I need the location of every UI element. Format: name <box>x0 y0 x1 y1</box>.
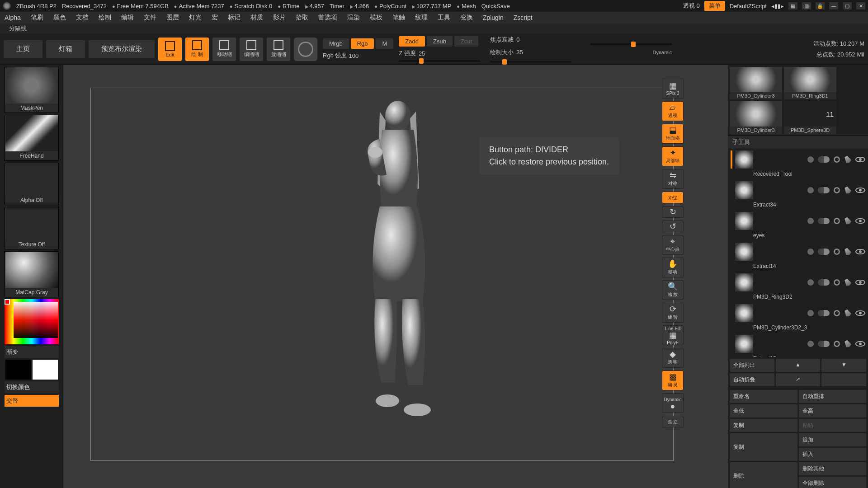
menu-marker[interactable]: 标记 <box>228 14 241 22</box>
mesh-vis-icon[interactable] <box>807 341 814 347</box>
menu-tool[interactable]: 工具 <box>438 14 450 22</box>
minimize-icon[interactable]: — <box>829 2 838 9</box>
boolean-mode-icon[interactable] <box>834 310 840 316</box>
stroke-tile[interactable]: FreeHand <box>5 115 59 161</box>
divider-title[interactable]: 分隔线 <box>0 23 868 33</box>
tool-thumb-count[interactable]: 11PM3D_Sphere3D <box>784 101 836 134</box>
brush-icon[interactable] <box>843 277 853 287</box>
polypaint-toggle-icon[interactable] <box>818 341 830 347</box>
maximize-icon[interactable]: ▢ <box>843 2 852 9</box>
eye-icon[interactable] <box>855 341 865 347</box>
move-down-button[interactable]: ▼ <box>821 359 866 372</box>
auto-collapse-button[interactable]: 自动折叠 <box>730 373 774 386</box>
list-all-button[interactable]: 全部列出 <box>730 359 774 372</box>
default-zscript[interactable]: DefaultZScript <box>730 3 767 9</box>
subtool-row[interactable] <box>728 333 868 354</box>
transparent-button[interactable]: ◆透 明 <box>662 348 684 368</box>
zadd-chip[interactable]: Zadd <box>399 36 425 47</box>
preview-tab[interactable]: 预览布尔渲染 <box>89 40 155 58</box>
rot2-button[interactable]: ↺ <box>662 221 684 232</box>
brush-icon[interactable] <box>843 308 853 318</box>
polypaint-toggle-icon[interactable] <box>818 156 830 163</box>
dynamic-label[interactable]: Dynamic <box>590 50 672 55</box>
eye-icon[interactable] <box>855 188 865 193</box>
localsym-button[interactable]: ✦局部轴 <box>662 146 684 166</box>
focal-slider[interactable] <box>590 43 672 45</box>
insert-button[interactable]: 插入 <box>799 448 867 461</box>
paste-button[interactable]: 粘贴 <box>799 419 867 432</box>
viewport[interactable]: Button path: DIVIDER Click to restore pr… <box>63 65 728 488</box>
lock-icon[interactable]: 🔒 <box>816 2 825 9</box>
spix-button[interactable]: ▦SPix 3 <box>662 79 684 99</box>
subtool-row[interactable] <box>728 272 868 293</box>
perspective-status[interactable]: 透视 0 <box>683 2 700 10</box>
all-low-button[interactable]: 全低 <box>730 404 797 418</box>
brush-tile[interactable]: MaskPen <box>5 67 59 113</box>
spin-nav-button[interactable]: ⟳旋 转 <box>662 303 684 323</box>
subtool-row[interactable] <box>728 180 868 201</box>
duplicate-button[interactable]: 复制 <box>730 433 797 461</box>
mesh-vis-icon[interactable] <box>807 156 814 163</box>
zsub-chip[interactable]: Zsub <box>427 36 453 47</box>
menu-movie[interactable]: 影片 <box>273 14 286 22</box>
boolean-mode-icon[interactable] <box>834 156 840 163</box>
menu-brush[interactable]: 笔刷 <box>31 14 43 22</box>
menu-layer[interactable]: 图层 <box>166 14 179 22</box>
menu-preferences[interactable]: 首选项 <box>318 14 337 22</box>
eye-icon[interactable] <box>855 157 865 162</box>
eye-icon[interactable] <box>855 310 865 316</box>
tool-thumb[interactable]: PM3D_Cylinder3 <box>730 67 782 99</box>
tool-thumb[interactable]: PM3D_Ring3D1 <box>784 67 836 99</box>
polypaint-toggle-icon[interactable] <box>818 310 830 316</box>
swatch-secondary[interactable] <box>33 360 58 380</box>
mesh-vis-icon[interactable] <box>807 249 814 255</box>
zoom-nav-button[interactable]: 🔍缩 放 <box>662 280 684 300</box>
eye-icon[interactable] <box>855 280 865 285</box>
rot1-button[interactable]: ↻ <box>662 206 684 218</box>
dynamic-button[interactable]: Dynamic● <box>662 393 684 413</box>
polypaint-toggle-icon[interactable] <box>818 249 830 255</box>
menu-picker[interactable]: 拾取 <box>296 14 308 22</box>
boolean-mode-icon[interactable] <box>834 341 840 347</box>
swatch-main[interactable] <box>5 360 31 380</box>
menu-alpha[interactable]: Alpha <box>5 14 21 21</box>
menu-color[interactable]: 颜色 <box>53 14 66 22</box>
ghost-button[interactable]: ▩幽 灵 <box>662 371 684 390</box>
mesh-vis-icon[interactable] <box>807 187 814 193</box>
subtool-row[interactable] <box>728 149 868 170</box>
move-up-button[interactable]: ▲ <box>776 359 821 372</box>
boolean-mode-icon[interactable] <box>834 218 840 224</box>
z-intensity-value[interactable]: 25 <box>419 50 425 57</box>
menu-macro[interactable]: 宏 <box>212 14 218 22</box>
menu-light[interactable]: 灯光 <box>189 14 202 22</box>
material-tile[interactable]: MatCap Gray <box>5 251 59 297</box>
switch-color[interactable]: 切换颜色 <box>5 381 59 393</box>
blank-button[interactable] <box>821 373 866 386</box>
arrows-icon[interactable]: ◂▮▮▸ <box>771 3 784 9</box>
append-button[interactable]: 追加 <box>799 433 867 446</box>
brush-icon[interactable] <box>843 247 853 257</box>
m-chip[interactable]: M <box>376 38 393 49</box>
subtool-row[interactable] <box>728 211 868 231</box>
alpha-tile[interactable]: Alpha Off <box>5 163 59 205</box>
boolean-mode-icon[interactable] <box>834 249 840 255</box>
all-high-button[interactable]: 全高 <box>799 404 867 418</box>
layout2-icon[interactable]: ▥ <box>802 2 811 9</box>
menu-transform[interactable]: 变换 <box>460 14 473 22</box>
scale-mode-button[interactable]: 编缩缩 <box>240 38 263 61</box>
home-tab[interactable]: 主页 <box>4 40 42 58</box>
menu-draw[interactable]: 绘制 <box>99 14 111 22</box>
z-intensity-slider[interactable] <box>399 60 480 62</box>
menu-edit[interactable]: 编辑 <box>121 14 134 22</box>
menu-document[interactable]: 文档 <box>76 14 89 22</box>
rgb-intensity-value[interactable]: 100 <box>349 52 359 59</box>
menu-file[interactable]: 文件 <box>144 14 156 22</box>
layout-icon[interactable]: ▦ <box>788 2 797 9</box>
menu-stencil[interactable]: 模板 <box>370 14 382 22</box>
boolean-mode-icon[interactable] <box>834 187 840 193</box>
symmetry-button[interactable]: ⇋对称 <box>662 169 684 189</box>
mesh-vis-icon[interactable] <box>807 310 814 316</box>
gizmo-button[interactable] <box>294 38 317 61</box>
center-button[interactable]: ⌖中心点 <box>662 235 684 255</box>
menu-toggle[interactable]: 菜单 <box>704 1 725 11</box>
